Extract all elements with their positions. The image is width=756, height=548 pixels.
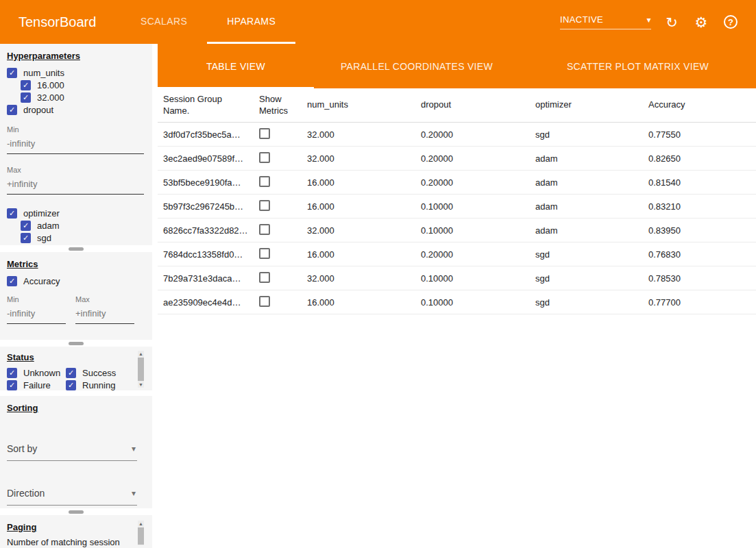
hparam-optimizer[interactable]: ✓ optimizer: [7, 207, 145, 219]
table-row: 3df0d7cf35bec5a… 32.000 0.20000 sgd 0.77…: [158, 123, 756, 147]
status-panel: Status ✓ Unknown ✓ Success ✓ Failure ✓ R…: [0, 347, 152, 390]
scrollbar-thumb[interactable]: [138, 527, 144, 545]
resize-handle[interactable]: [69, 342, 84, 345]
show-metrics-checkbox[interactable]: [259, 176, 270, 187]
header-actions: INACTIVE ▾ ↻ ⚙ ?: [560, 13, 756, 31]
dropout-value: 0.10000: [415, 225, 530, 236]
hparam-num-units-value-32[interactable]: ✓ 32.000: [21, 91, 145, 103]
scroll-down-icon[interactable]: ▼: [138, 382, 143, 388]
show-metrics-checkbox[interactable]: [259, 272, 270, 283]
hparam-optimizer-value-adam[interactable]: ✓ adam: [21, 219, 145, 232]
help-button[interactable]: ?: [722, 13, 740, 31]
checkbox-checked-icon[interactable]: ✓: [21, 92, 31, 103]
tab-hparams[interactable]: HPARAMS: [207, 0, 295, 44]
checkbox-checked-icon[interactable]: ✓: [7, 276, 17, 286]
checkbox-checked-icon[interactable]: ✓: [66, 380, 76, 390]
num-units-value: 16.000: [302, 297, 415, 308]
checkbox-checked-icon[interactable]: ✓: [21, 221, 31, 231]
dropout-value: 0.20000: [415, 249, 530, 260]
checkbox-checked-icon[interactable]: ✓: [7, 105, 17, 115]
show-metrics-cell: [254, 272, 302, 285]
show-metrics-checkbox[interactable]: [259, 296, 270, 307]
refresh-icon: ↻: [666, 15, 678, 29]
checkbox-label: Failure: [23, 380, 51, 390]
paging-scrollbar[interactable]: ▲: [138, 521, 144, 545]
metrics-min-input[interactable]: [7, 303, 66, 324]
direction-value: Direction: [7, 488, 45, 499]
metrics-max-input[interactable]: [75, 303, 134, 324]
optimizer-value: sgd: [530, 273, 643, 284]
num-units-value: 32.000: [302, 153, 415, 164]
panel-resize-strip: [0, 245, 152, 252]
checkbox-checked-icon[interactable]: ✓: [7, 380, 17, 390]
metric-accuracy[interactable]: ✓ Accuracy: [7, 275, 145, 287]
tab-scalars[interactable]: SCALARS: [121, 0, 207, 44]
show-metrics-cell: [254, 296, 302, 309]
status-running[interactable]: ✓ Running: [66, 379, 145, 390]
status-success[interactable]: ✓ Success: [66, 366, 145, 379]
optimizer-value: adam: [530, 225, 643, 236]
direction-select[interactable]: Direction ▾: [7, 485, 137, 506]
hparam-num-units[interactable]: ✓ num_units: [7, 66, 145, 79]
status-scrollbar[interactable]: ▲ ▼: [138, 351, 144, 388]
panel-resize-strip: [0, 508, 152, 515]
status-unknown[interactable]: ✓ Unknown: [7, 366, 66, 379]
reload-status-value: INACTIVE: [560, 14, 603, 25]
scroll-up-icon[interactable]: ▲: [138, 351, 143, 357]
show-metrics-checkbox[interactable]: [259, 200, 270, 211]
checkbox-checked-icon[interactable]: ✓: [7, 68, 17, 78]
show-metrics-checkbox[interactable]: [259, 224, 270, 235]
resize-handle[interactable]: [69, 510, 84, 514]
num-units-value: 16.000: [302, 177, 415, 188]
checkbox-checked-icon[interactable]: ✓: [21, 80, 31, 90]
scrollbar-thumb[interactable]: [138, 358, 144, 381]
check-icon: ✓: [23, 222, 29, 229]
sort-by-value: Sort by: [7, 443, 37, 454]
tab-table-view[interactable]: TABLE VIEW: [158, 44, 314, 88]
app-header: TensorBoard SCALARS HPARAMS INACTIVE ▾ ↻…: [0, 0, 756, 44]
col-session-group-name: Session Group Name.: [158, 94, 254, 116]
show-metrics-cell: [254, 176, 302, 189]
checkbox-checked-icon[interactable]: ✓: [66, 368, 76, 378]
checkbox-checked-icon[interactable]: ✓: [21, 233, 31, 243]
tab-scatter-plot-matrix-view[interactable]: SCATTER PLOT MATRIX VIEW: [520, 44, 756, 88]
dropout-min-input[interactable]: [7, 134, 144, 154]
checkbox-checked-icon[interactable]: ✓: [7, 368, 17, 378]
sidebar: Hyperparameters ✓ num_units ✓ 16.000 ✓ 3…: [0, 44, 158, 548]
refresh-button[interactable]: ↻: [663, 13, 681, 31]
app-title: TensorBoard: [0, 14, 115, 30]
hparam-dropout[interactable]: ✓ dropout: [7, 103, 145, 116]
status-options: ✓ Unknown ✓ Success ✓ Failure ✓ Running: [7, 366, 145, 390]
check-icon: ✓: [23, 234, 29, 242]
resize-handle[interactable]: [69, 247, 84, 251]
accuracy-value: 0.77550: [643, 129, 756, 140]
hyperparameters-panel: Hyperparameters ✓ num_units ✓ 16.000 ✓ 3…: [0, 44, 152, 245]
scroll-up-icon[interactable]: ▲: [138, 521, 143, 527]
checkbox-label: Running: [82, 380, 115, 390]
metrics-minmax-row: Min Max: [7, 287, 145, 324]
caret-down-icon: ▾: [647, 16, 651, 24]
table-row: 7b29a731e3daca… 32.000 0.10000 sgd 0.785…: [158, 266, 756, 290]
dropout-min-label: Min: [7, 125, 145, 134]
num-units-value: 32.000: [302, 129, 415, 140]
optimizer-value: adam: [530, 201, 643, 212]
checkbox-label: 32.000: [37, 92, 64, 103]
dropout-max-input[interactable]: [7, 174, 144, 195]
hparam-optimizer-value-sgd[interactable]: ✓ sgd: [21, 232, 145, 244]
sort-by-select[interactable]: Sort by ▾: [7, 440, 137, 461]
hparam-num-units-value-16[interactable]: ✓ 16.000: [21, 79, 145, 91]
check-icon: ✓: [9, 277, 15, 285]
checkbox-checked-icon[interactable]: ✓: [7, 208, 17, 219]
dropout-value: 0.20000: [415, 153, 530, 164]
metrics-max-label: Max: [75, 295, 137, 303]
optimizer-value: adam: [530, 153, 643, 164]
accuracy-value: 0.82650: [643, 153, 756, 164]
show-metrics-checkbox[interactable]: [259, 152, 270, 163]
tab-parallel-coordinates-view[interactable]: PARALLEL COORDINATES VIEW: [314, 44, 520, 88]
show-metrics-checkbox[interactable]: [259, 128, 270, 139]
status-failure[interactable]: ✓ Failure: [7, 379, 66, 390]
show-metrics-checkbox[interactable]: [259, 248, 270, 259]
table-row: 6826cc7fa3322d82… 32.000 0.10000 adam 0.…: [158, 219, 756, 242]
settings-button[interactable]: ⚙: [692, 13, 710, 31]
reload-mode-select[interactable]: INACTIVE ▾: [560, 14, 651, 29]
